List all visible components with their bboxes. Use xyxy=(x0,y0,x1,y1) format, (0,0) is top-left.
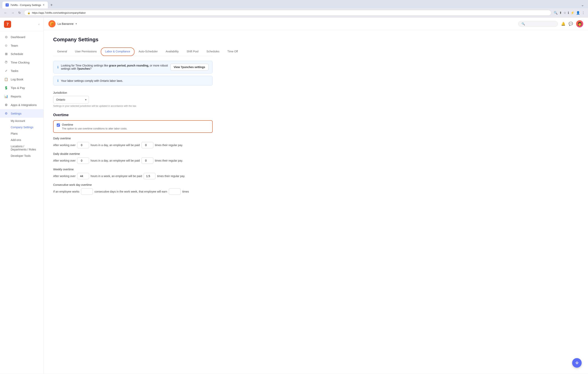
settings-sub-menu: My Account Company Settings Plans Add-on… xyxy=(0,118,43,160)
tab-favicon: 7 xyxy=(6,3,9,7)
restaurant-name: La Bananne xyxy=(58,22,74,25)
tab-time-off[interactable]: Time Off xyxy=(223,47,242,56)
consecutive-multiplier-input[interactable] xyxy=(169,188,181,195)
consecutive-days-input[interactable] xyxy=(81,188,93,195)
user-avatar[interactable]: 👩 xyxy=(576,20,583,27)
banner2-info-icon: ℹ xyxy=(57,79,59,83)
search-bar[interactable]: 🔍 xyxy=(518,21,558,27)
sidebar-toggle-button[interactable]: ‹ xyxy=(39,22,40,26)
sidebar-item-label: Time Clocking xyxy=(11,61,29,64)
sidebar-item-label: Team xyxy=(11,44,18,47)
restaurant-selector[interactable]: 🥐 La Bananne ▾ xyxy=(48,20,77,27)
sidebar: 7 ‹ ⊙ Dashboard ☺ Team ⊞ Schedule ⏱ Time… xyxy=(0,18,44,374)
daily-double-text1: After working over xyxy=(53,159,76,162)
sub-item-developer-tools[interactable]: Developer Tools xyxy=(0,153,43,159)
daily-overtime-section: Daily overtime After working over hours … xyxy=(53,137,213,148)
weekly-overtime-section: Weekly overtime After working over hours… xyxy=(53,168,213,179)
weekly-overtime-hours-input[interactable] xyxy=(77,173,89,179)
consecutive-text3: times xyxy=(182,190,189,193)
new-tab-button[interactable]: + xyxy=(49,2,54,8)
info-icon[interactable]: ℹ xyxy=(568,11,569,15)
tab-general[interactable]: General xyxy=(53,47,71,56)
daily-overtime-text1: After working over xyxy=(53,144,76,147)
restaurant-avatar: 🥐 xyxy=(48,20,55,27)
sidebar-item-tips-pay[interactable]: 💲 Tips & Pay xyxy=(0,84,43,92)
sidebar-item-log-book[interactable]: 📋 Log Book xyxy=(0,75,43,84)
daily-double-multiplier-input[interactable] xyxy=(141,157,153,164)
tab-availability[interactable]: Availability xyxy=(162,47,183,56)
forward-button[interactable]: → xyxy=(10,10,15,15)
sidebar-item-schedule[interactable]: ⊞ Schedule xyxy=(0,50,43,58)
back-button[interactable]: ← xyxy=(3,10,8,15)
window-controls: ⌄ xyxy=(579,2,586,8)
bookmark-icon[interactable]: ☆ xyxy=(563,11,566,15)
tab-auto-scheduler[interactable]: Auto-Scheduler xyxy=(135,47,162,56)
sidebar-item-label: Apps & Integrations xyxy=(11,103,37,107)
floating-action-button[interactable]: ✿ xyxy=(572,358,582,368)
sidebar-item-settings[interactable]: ⚙ Settings xyxy=(0,109,43,118)
sidebar-item-team[interactable]: ☺ Team xyxy=(0,41,43,50)
notifications-icon[interactable]: 🔔 xyxy=(561,22,565,26)
weekly-overtime-text3: times their regular pay. xyxy=(157,174,185,178)
topbar: 🥐 La Bananne ▾ 🔍 🔔 💬 👩 xyxy=(44,18,588,30)
daily-overtime-multiplier-input[interactable] xyxy=(141,142,153,148)
share-icon[interactable]: ⬆ xyxy=(559,11,562,15)
daily-double-hours-input[interactable] xyxy=(77,157,89,164)
jurisdiction-select[interactable]: Ontario British Columbia Alberta Quebec … xyxy=(53,96,89,103)
overtime-checkbox[interactable] xyxy=(57,123,60,127)
view-7punches-button[interactable]: View 7punches settings xyxy=(170,64,209,70)
overtime-section: Overtime Overtime The option to use over… xyxy=(53,113,213,195)
address-bar: ← → ↻ 🔒 https://app.7shifts.com/settings… xyxy=(0,8,588,17)
extensions-icon[interactable]: ⚡ xyxy=(571,11,575,15)
profile-icon[interactable]: 👤 xyxy=(576,11,580,15)
tab-title: 7shifts - Company Settings xyxy=(10,4,41,7)
tasks-icon: ✓ xyxy=(4,69,8,73)
sidebar-item-label: Reports xyxy=(11,95,21,98)
banner-text: Looking for Time Clocking settings like … xyxy=(61,64,168,70)
daily-overtime-row: After working over hours in a day, an em… xyxy=(53,142,213,148)
floating-btn-icon: ✿ xyxy=(576,361,578,365)
sidebar-item-tasks[interactable]: ✓ Tasks xyxy=(0,66,43,75)
overtime-checkbox-label: Overtime xyxy=(62,123,127,126)
ontario-compliance-banner: ℹ Your labor settings comply with Ontari… xyxy=(53,76,213,85)
url-input[interactable]: 🔒 https://app.7shifts.com/settings/compa… xyxy=(24,10,551,16)
sub-item-my-account[interactable]: My Account xyxy=(0,118,43,124)
user-avatar-img: 👩 xyxy=(578,22,582,26)
consecutive-text2: consecutive days in the work week, that … xyxy=(94,190,167,193)
jurisdiction-label: Jurisdiction xyxy=(53,91,213,94)
chat-icon[interactable]: 💬 xyxy=(568,22,573,26)
sidebar-item-apps-integrations[interactable]: ⚙ Apps & Integrations xyxy=(0,101,43,109)
weekly-overtime-multiplier-input[interactable] xyxy=(144,173,156,179)
consecutive-overtime-section: Consecutive work day overtime If an empl… xyxy=(53,183,213,195)
search-browser-icon[interactable]: 🔍 xyxy=(554,11,558,15)
sidebar-item-reports[interactable]: 📊 Reports xyxy=(0,92,43,101)
team-icon: ☺ xyxy=(4,44,8,47)
page-title: Company Settings xyxy=(53,37,213,43)
sidebar-item-time-clocking[interactable]: ⏱ Time Clocking xyxy=(0,58,43,66)
apps-icon: ⚙ xyxy=(4,103,8,107)
sidebar-item-label: Dashboard xyxy=(11,35,25,39)
lock-icon: 🔒 xyxy=(27,11,30,14)
main-area: 🥐 La Bananne ▾ 🔍 🔔 💬 👩 Company Settings xyxy=(44,18,588,374)
sidebar-item-dashboard[interactable]: ⊙ Dashboard xyxy=(0,33,43,41)
menu-icon[interactable]: ⋮ xyxy=(582,11,585,15)
sub-item-add-ons[interactable]: Add-ons xyxy=(0,137,43,143)
browser-tab[interactable]: 7 7shifts - Company Settings × xyxy=(2,2,48,8)
tab-user-permissions[interactable]: User Permissions xyxy=(71,47,101,56)
jurisdiction-section: Jurisdiction Ontario British Columbia Al… xyxy=(53,91,213,107)
tab-shift-pool[interactable]: Shift Pool xyxy=(183,47,202,56)
banner2-text: Your labor settings comply with Ontario … xyxy=(61,79,209,82)
sub-item-locations[interactable]: Locations / Departments / Roles xyxy=(0,143,43,153)
tab-labor-compliance[interactable]: Labor & Compliance xyxy=(101,47,135,56)
refresh-button[interactable]: ↻ xyxy=(17,10,22,15)
daily-overtime-hours-input[interactable] xyxy=(77,142,89,148)
main-content: Company Settings General User Permission… xyxy=(44,30,588,374)
tab-schedules[interactable]: Schedules xyxy=(202,47,223,56)
daily-double-label: Daily double overtime xyxy=(53,152,213,155)
tab-close-button[interactable]: × xyxy=(43,3,44,7)
sidebar-nav: ⊙ Dashboard ☺ Team ⊞ Schedule ⏱ Time Clo… xyxy=(0,31,43,374)
sub-item-company-settings[interactable]: Company Settings xyxy=(0,124,43,130)
jurisdiction-select-wrapper: Ontario British Columbia Alberta Quebec … xyxy=(53,96,89,103)
sub-item-plans[interactable]: Plans xyxy=(0,130,43,137)
app-logo: 7 xyxy=(4,21,11,28)
